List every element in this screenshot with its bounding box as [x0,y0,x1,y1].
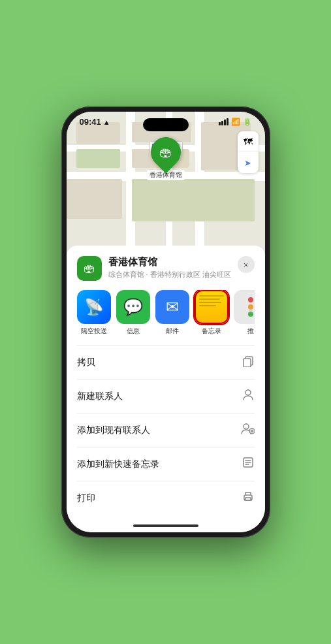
venue-name: 香港体育馆 [108,256,238,268]
location-pin: 🏟 香港体育馆 [147,137,185,180]
color-dot-green [248,312,253,317]
dynamic-island [143,118,189,131]
action-add-notes-label: 添加到新快速备忘录 [77,459,159,470]
svg-rect-12 [245,498,251,500]
color-dot-red [248,297,253,302]
venue-stadium-icon: 🏟 [84,262,95,276]
status-time: 09:41 [80,117,101,127]
action-list: 拷贝 新建联系人 [77,345,255,509]
status-icons: 📶 🔋 [219,118,252,126]
action-add-existing[interactable]: 添加到现有联系人 [77,413,255,447]
action-add-existing-label: 添加到现有联系人 [77,425,150,436]
share-item-airdrop[interactable]: 📡 隔空投送 [77,290,111,336]
bottom-sheet: 🏟 香港体育馆 综合体育馆 · 香港特别行政区 油尖旺区 × 📡 隔空投送 [67,246,265,519]
close-button[interactable]: × [238,256,255,273]
signal-bars-icon [219,118,229,125]
share-row: 📡 隔空投送 💬 信息 ✉ 邮件 [77,290,255,336]
notes-lines [199,295,224,306]
share-item-mail[interactable]: ✉ 邮件 [155,290,189,336]
print-icon [242,490,255,506]
mail-symbol: ✉ [166,298,179,316]
mail-label: 邮件 [166,327,179,336]
close-icon: × [244,260,249,270]
venue-info: 香港体育馆 综合体育馆 · 香港特别行政区 油尖旺区 [108,256,238,280]
action-new-contact-label: 新建联系人 [77,391,123,402]
map-area[interactable]: 南口 南口 🏟 香港体育馆 🗺 ➤ [67,112,265,246]
airdrop-symbol: 📡 [84,298,104,316]
color-dot-orange [248,304,253,310]
map-controls: 🗺 ➤ [238,131,259,173]
person-add-icon [240,422,255,438]
more-icon [234,290,255,324]
airdrop-icon: 📡 [77,290,111,324]
copy-icon [242,354,255,370]
airdrop-label: 隔空投送 [81,327,107,336]
action-copy[interactable]: 拷贝 [77,346,255,379]
action-new-contact[interactable]: 新建联系人 [77,379,255,413]
home-indicator [67,519,265,532]
messages-icon: 💬 [116,290,150,324]
share-item-notes[interactable]: 备忘录 [195,290,229,336]
stadium-icon: 🏟 [159,144,172,159]
action-add-notes[interactable]: 添加到新快速备忘录 [77,447,255,481]
notes-label: 备忘录 [202,327,221,336]
mail-icon: ✉ [155,290,189,324]
phone-frame: 09:41 ▲ 📶 🔋 [61,106,270,538]
wifi-icon: 📶 [231,118,240,126]
more-colors [248,297,253,317]
notes-icon [195,290,229,324]
action-print-label: 打印 [77,492,95,504]
messages-label: 信息 [127,327,140,336]
phone-screen: 09:41 ▲ 📶 🔋 [67,112,265,532]
more-label: 推 [247,327,254,336]
svg-rect-1 [244,359,251,367]
svg-point-3 [244,424,249,429]
location-arrow-icon: ▲ [103,118,110,126]
venue-header: 🏟 香港体育馆 综合体育馆 · 香港特别行政区 油尖旺区 × [77,256,255,281]
svg-point-2 [245,390,251,395]
action-print[interactable]: 打印 [77,481,255,509]
notes-add-icon [242,456,255,472]
location-button[interactable]: ➤ [238,152,259,173]
messages-symbol: 💬 [123,298,143,316]
home-bar [133,524,198,527]
person-icon [242,388,255,404]
action-copy-label: 拷贝 [77,357,95,368]
location-arrow-icon: ➤ [244,158,251,168]
pin-circle: 🏟 [144,131,187,173]
map-layers-icon: 🗺 [244,137,253,147]
venue-icon: 🏟 [77,256,102,281]
battery-icon: 🔋 [243,118,252,126]
share-item-messages[interactable]: 💬 信息 [116,290,150,336]
share-item-more[interactable]: 推 [234,290,255,336]
map-layers-button[interactable]: 🗺 [238,131,259,152]
venue-subtitle: 综合体育馆 · 香港特别行政区 油尖旺区 [108,270,238,280]
